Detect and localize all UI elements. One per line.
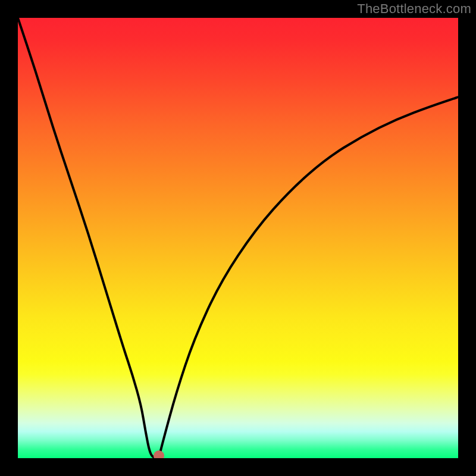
curve-layer <box>18 18 458 458</box>
minimum-marker <box>154 450 164 458</box>
bottleneck-curve <box>18 18 458 458</box>
watermark-text: TheBottleneck.com <box>357 1 471 17</box>
chart-frame: TheBottleneck.com <box>0 0 476 476</box>
plot-area <box>18 18 458 458</box>
